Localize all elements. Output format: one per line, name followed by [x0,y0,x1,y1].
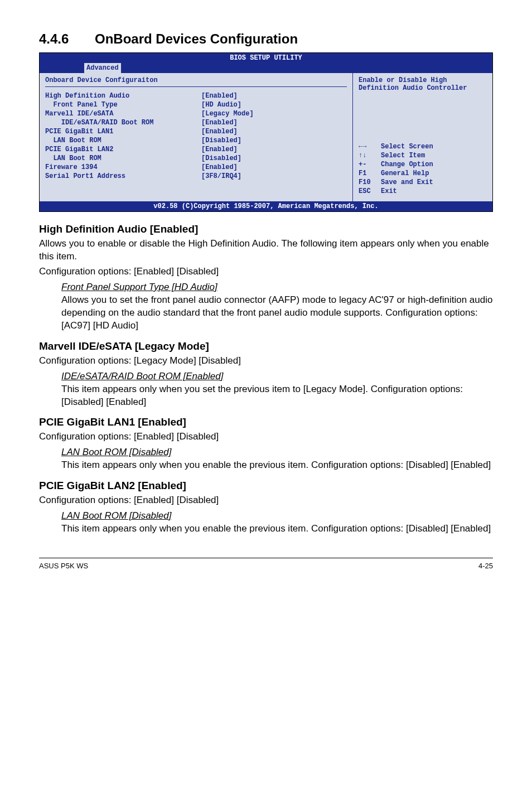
bios-nav-row: ←→Select Screen [359,142,487,151]
bios-left-panel: Onboard Device Configuraiton High Defini… [40,73,353,201]
bios-setting-label: Fireware 1394 [45,163,201,172]
bios-setting-row: PCIE GigaBit LAN2[Enabled] [45,145,347,154]
bios-setting-label: IDE/eSATA/RAID Boot ROM [45,118,201,127]
bios-setting-row: Fireware 1394[Enabled] [45,163,347,172]
bios-nav-key: ESC [359,187,381,196]
hda-sub-title: Front Panel Support Type [HD Audio] [61,282,493,293]
bios-nav-row: ↑↓Select Item [359,151,487,160]
bios-setting-value: [Enabled] [201,163,347,172]
hda-options: Configuration options: [Enabled] [Disabl… [39,265,493,278]
lan1-sub-title: LAN Boot ROM [Disabled] [61,447,493,458]
page-footer: ASUS P5K WS 4-25 [39,558,493,570]
section-heading: 4.4.6 OnBoard Devices Configuration [39,31,493,47]
bios-nav-text: Exit [381,187,397,196]
lan2-sub-title: LAN Boot ROM [Disabled] [61,510,493,521]
bios-tab-advanced: Advanced [84,63,121,73]
bios-setting-value: [Enabled] [201,127,347,136]
bios-setting-value: [Enabled] [201,145,347,154]
bios-panel-title: Onboard Device Configuraiton [45,76,347,87]
bios-tab-row: Advanced [40,63,492,73]
bios-nav-row: F1General Help [359,169,487,178]
bios-setting-label: Serial Port1 Address [45,172,201,181]
bios-footer: v02.58 (C)Copyright 1985-2007, American … [40,201,492,211]
bios-setting-label: LAN Boot ROM [45,154,201,163]
bios-setting-value: [Legacy Mode] [201,109,347,118]
bios-setting-row: LAN Boot ROM[Disabled] [45,154,347,163]
marvell-options: Configuration options: [Legacy Mode] [Di… [39,355,493,368]
bios-nav-help: ←→Select Screen↑↓Select Item+-Change Opt… [359,142,487,196]
bios-title-bar: BIOS SETUP UTILITY [40,53,492,63]
bios-nav-row: F10Save and Exit [359,178,487,187]
bios-help-text: Enable or Disable High Definition Audio … [359,76,487,92]
section-number: 4.4.6 [39,31,95,47]
bios-setting-row: Serial Port1 Address[3F8/IRQ4] [45,172,347,181]
bios-setting-row: PCIE GigaBit LAN1[Enabled] [45,127,347,136]
marvell-heading: Marvell IDE/eSATA [Legacy Mode] [39,340,493,352]
bios-setting-value: [Disabled] [201,154,347,163]
lan1-heading: PCIE GigaBit LAN1 [Enabled] [39,416,493,428]
hda-heading: High Definition Audio [Enabled] [39,223,493,235]
bios-setting-label: High Definition Audio [45,91,201,100]
bios-nav-text: Save and Exit [381,178,433,187]
bios-setting-value: [Enabled] [201,91,347,100]
marvell-sub-title: IDE/eSATA/RAID Boot ROM [Enabled] [61,371,493,382]
footer-right: 4-25 [478,562,493,570]
bios-nav-row: +-Change Option [359,160,487,169]
bios-screenshot: BIOS SETUP UTILITY Advanced Onboard Devi… [39,52,493,212]
bios-setting-value: [Disabled] [201,136,347,145]
bios-nav-key: F1 [359,169,381,178]
bios-nav-key: +- [359,160,381,169]
bios-nav-row: ESCExit [359,187,487,196]
lan2-sub-body: This item appears only when you enable t… [61,523,493,535]
bios-setting-label: Marvell IDE/eSATA [45,109,201,118]
bios-setting-label: PCIE GigaBit LAN1 [45,127,201,136]
lan2-options: Configuration options: [Enabled] [Disabl… [39,494,493,507]
section-title: OnBoard Devices Configuration [95,31,298,47]
bios-nav-text: Select Item [381,151,425,160]
bios-setting-row: High Definition Audio[Enabled] [45,91,347,100]
hda-desc: Allows you to enable or disable the High… [39,238,493,263]
arrows-up-down-icon: ↑↓ [359,151,381,160]
footer-left: ASUS P5K WS [39,562,88,570]
bios-right-panel: Enable or Disable High Definition Audio … [353,73,492,201]
bios-setting-row: IDE/eSATA/RAID Boot ROM[Enabled] [45,118,347,127]
bios-setting-label: LAN Boot ROM [45,136,201,145]
bios-setting-row: Marvell IDE/eSATA[Legacy Mode] [45,109,347,118]
hda-sub-body: Allows you to set the front panel audio … [61,294,493,332]
bios-setting-value: [HD Audio] [201,100,347,109]
bios-nav-text: Select Screen [381,142,433,151]
lan1-sub-body: This item appears only when you enable t… [61,459,493,472]
bios-nav-text: General Help [381,169,429,178]
bios-setting-label: Front Panel Type [45,100,201,109]
arrows-left-right-icon: ←→ [359,142,381,151]
bios-nav-key: F10 [359,178,381,187]
bios-setting-row: LAN Boot ROM[Disabled] [45,136,347,145]
bios-setting-value: [Enabled] [201,118,347,127]
bios-setting-label: PCIE GigaBit LAN2 [45,145,201,154]
bios-setting-row: Front Panel Type[HD Audio] [45,100,347,109]
lan2-heading: PCIE GigaBit LAN2 [Enabled] [39,480,493,492]
lan1-options: Configuration options: [Enabled] [Disabl… [39,431,493,443]
marvell-sub-body: This item appears only when you set the … [61,383,493,409]
bios-setting-value: [3F8/IRQ4] [201,172,347,181]
bios-nav-text: Change Option [381,160,433,169]
